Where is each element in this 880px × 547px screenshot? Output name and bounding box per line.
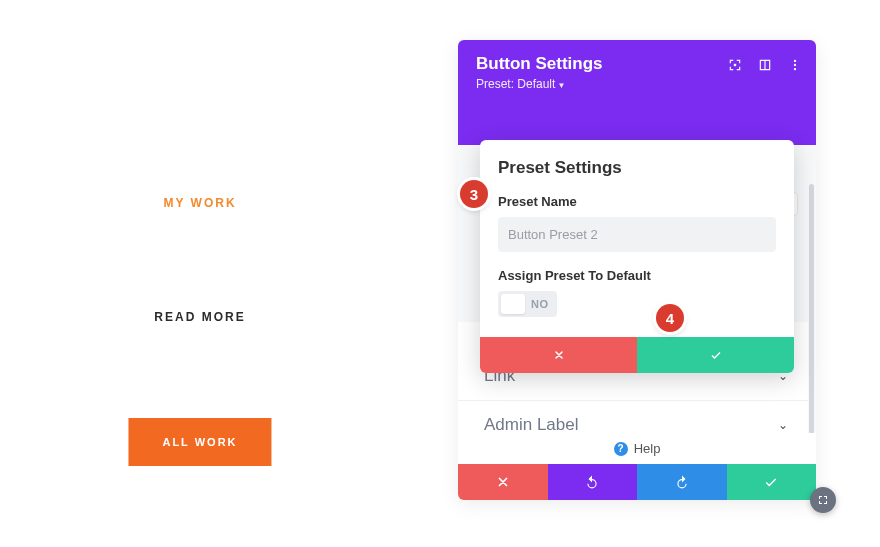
preset-settings-popup: Preset Settings Preset Name Assign Prese… — [480, 140, 794, 373]
page-preview: MY WORK READ MORE ALL WORK — [0, 0, 400, 547]
chevron-down-icon: ⌄ — [778, 418, 788, 432]
panel-action-bar — [458, 464, 816, 500]
save-button[interactable] — [727, 464, 817, 500]
assign-default-label: Assign Preset To Default — [498, 268, 776, 283]
panel-header: Button Settings Preset: Default▼ — [458, 40, 816, 101]
help-icon: ? — [614, 442, 628, 456]
svg-point-1 — [794, 60, 796, 62]
step-badge-4: 4 — [656, 304, 684, 332]
kebab-menu-icon[interactable] — [788, 58, 802, 72]
preset-confirm-button[interactable] — [637, 337, 794, 373]
redo-button[interactable] — [637, 464, 727, 500]
all-work-button[interactable]: ALL WORK — [128, 418, 271, 466]
my-work-text: MY WORK — [163, 196, 236, 210]
panel-tabs-area — [458, 101, 816, 145]
toggle-value: NO — [531, 298, 549, 310]
caret-down-icon: ▼ — [557, 81, 565, 90]
scrollbar[interactable] — [809, 184, 814, 434]
accordion-label: Admin Label — [484, 415, 579, 435]
svg-rect-0 — [734, 64, 736, 66]
expand-fab[interactable] — [810, 487, 836, 513]
step-badge-3: 3 — [460, 180, 488, 208]
undo-button[interactable] — [548, 464, 638, 500]
read-more-text: READ MORE — [154, 310, 245, 324]
help-link[interactable]: ? Help — [458, 433, 816, 464]
close-button[interactable] — [458, 464, 548, 500]
button-settings-panel: Button Settings Preset: Default▼ r ⋮ Lin… — [458, 40, 816, 500]
preset-dropdown[interactable]: Preset: Default▼ — [476, 77, 798, 91]
preset-label: Preset: Default — [476, 77, 555, 91]
svg-point-3 — [794, 68, 796, 70]
focus-icon[interactable] — [728, 58, 742, 72]
toggle-knob — [501, 294, 525, 314]
help-label: Help — [634, 441, 661, 456]
preset-name-label: Preset Name — [498, 194, 776, 209]
popup-title: Preset Settings — [498, 158, 776, 178]
layout-icon[interactable] — [758, 58, 772, 72]
svg-point-2 — [794, 64, 796, 66]
preset-name-input[interactable] — [498, 217, 776, 252]
assign-default-toggle[interactable]: NO — [498, 291, 557, 317]
preset-cancel-button[interactable] — [480, 337, 637, 373]
